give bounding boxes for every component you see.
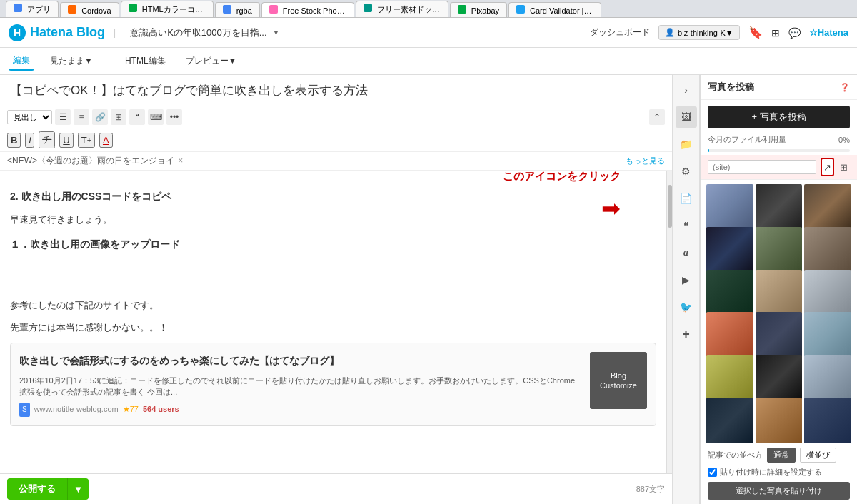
tab-pixabay[interactable]: Pixabay (450, 2, 507, 17)
photo-thumb-12[interactable] (804, 312, 851, 359)
tab-visual[interactable]: 見たまま▼ (46, 52, 97, 70)
photo-thumb-6[interactable] (804, 227, 851, 274)
italic-btn[interactable]: i (25, 133, 34, 148)
publish-dropdown-btn[interactable]: ▼ (67, 478, 89, 500)
hatena-link[interactable]: ☆Hatena (809, 27, 848, 38)
content-area[interactable]: このアイコンをクリック ➡ 2. 吹き出し用のCSSコードをコピペ 早速見て行き… (0, 171, 666, 473)
topic-close-btn[interactable]: × (178, 156, 183, 166)
toolbar-separator (109, 54, 109, 69)
photo-thumb-18[interactable] (804, 398, 851, 443)
table-btn[interactable]: ⊞ (111, 109, 126, 125)
plus-sidebar-icon[interactable]: + (676, 323, 697, 345)
preview-label: プレビュー▼ (186, 55, 237, 67)
image-sidebar-icon[interactable]: 🖼 (676, 106, 697, 128)
grid-view-icon[interactable]: ⊞ (838, 158, 850, 176)
color-btn[interactable]: A (99, 133, 113, 148)
more-btn[interactable]: ••• (166, 109, 182, 125)
topic-tag: <NEW>〈今週のお題〉雨の日をエンジョイ (7, 156, 174, 166)
bold-btn[interactable]: B (7, 133, 21, 148)
sort-label: 記事での並べ方 (708, 450, 763, 460)
sort-grid-btn[interactable]: 横並び (800, 448, 836, 463)
superscript-btn[interactable]: T+ (78, 133, 95, 148)
publish-btn[interactable]: 公開する (7, 478, 67, 500)
ol-btn[interactable]: ≡ (74, 109, 89, 125)
username: biz-thinking-K▼ (678, 29, 733, 37)
app-bar: H Hatena Blog | 意識高いKの年収1000万を目指... ▼ ダッ… (0, 18, 857, 48)
tab-free-stock[interactable]: Free Stock Photos * (261, 2, 354, 17)
photo-thumb-7[interactable] (706, 270, 753, 317)
editor-area: 【コピペでOK！】はてなブログで簡単に吹き出しを表示する方法 見出し ☰ ≡ 🔗… (0, 75, 673, 504)
quote-sidebar-icon[interactable]: ❝ (676, 215, 697, 236)
word-count: 887文字 (636, 484, 665, 495)
blog-dropdown-icon[interactable]: ▼ (273, 29, 280, 36)
hatena-logo-icon: H (9, 24, 26, 41)
right-panel: 写真を投稿 ❓ + 写真を投稿 今月のファイル利用量 0% ↗ ⊞ (700, 75, 857, 504)
more-topics-link[interactable]: もっと見る (626, 156, 665, 166)
tab-edit[interactable]: 編集 (9, 51, 34, 71)
folder-sidebar-icon[interactable]: 📁 (676, 133, 697, 155)
user-menu[interactable]: 👤 biz-thinking-K▼ (658, 25, 740, 40)
favicon-rgba (223, 5, 231, 14)
link-btn[interactable]: 🔗 (92, 109, 108, 125)
content-line-4: 参考にしたのは下記のサイトです。 (10, 297, 656, 313)
tab-cordova[interactable]: Cordova (60, 2, 119, 17)
youtube-sidebar-icon[interactable]: ▶ (676, 269, 697, 291)
tab-free-sozai[interactable]: フリー素材ドットコム｜... (356, 1, 448, 17)
photo-thumb-2[interactable] (756, 184, 803, 231)
heading-select[interactable]: 見出し (7, 110, 52, 124)
amazon-sidebar-icon[interactable]: a (676, 242, 697, 263)
photo-thumb-5[interactable] (756, 227, 803, 274)
tab-card-validator[interactable]: Card Validator | Twi... (508, 2, 601, 17)
post-title[interactable]: 【コピペでOK！】はてなブログで簡単に吹き出しを表示する方法 (0, 75, 672, 106)
twitter-sidebar-icon[interactable]: 🐦 (676, 296, 697, 318)
sort-normal-btn[interactable]: 通常 (767, 448, 796, 463)
bookmark-icon[interactable]: 🔖 (748, 26, 763, 39)
tab-preview[interactable]: プレビュー▼ (181, 52, 241, 70)
grid-icon[interactable]: ⊞ (771, 27, 780, 39)
search-input[interactable] (708, 160, 816, 174)
favicon-html (129, 4, 137, 12)
photo-thumb-16[interactable] (706, 398, 753, 443)
blockquote-btn[interactable]: ❝ (129, 109, 145, 125)
tab-app[interactable]: アプリ (6, 1, 59, 17)
paste-btn[interactable]: 選択した写真を貼り付け (708, 482, 850, 500)
photo-thumb-10[interactable] (706, 312, 753, 359)
panel-help-icon[interactable]: ❓ (840, 83, 850, 92)
photo-thumb-14[interactable] (756, 355, 803, 402)
link-card-text: 吹き出しで会話形式にするのをめっちゃ楽にしてみた【はてなブログ】 2016年10… (19, 352, 581, 416)
speech-icon[interactable]: 💬 (788, 27, 801, 39)
underline-btn[interactable]: U (59, 133, 73, 148)
expand-btn[interactable]: ⌃ (649, 109, 665, 125)
collapse-icon[interactable]: › (676, 79, 697, 101)
user-icon: 👤 (665, 28, 675, 37)
photo-thumb-8[interactable] (756, 270, 803, 317)
hatena-logo[interactable]: H Hatena Blog (9, 24, 105, 41)
tab-html[interactable]: HTML編集 (121, 52, 170, 70)
tab-rgba[interactable]: rgba (215, 2, 260, 17)
photo-thumb-4[interactable] (706, 227, 753, 274)
gear-sidebar-icon[interactable]: ⚙ (676, 161, 697, 182)
photo-thumb-9[interactable] (804, 270, 851, 317)
photo-thumb-1[interactable] (706, 184, 753, 231)
document-sidebar-icon[interactable]: 📄 (676, 188, 697, 209)
favicon-twitter (516, 5, 525, 14)
photo-thumb-17[interactable] (756, 398, 803, 443)
upload-btn[interactable]: + 写真を投稿 (708, 106, 850, 128)
detail-checkbox[interactable] (708, 468, 717, 477)
style-toolbar: B i チ U T+ A (0, 128, 672, 152)
photo-thumb-15[interactable] (804, 355, 851, 402)
dashboard-link[interactable]: ダッシュボード (590, 26, 650, 39)
scrollbar-thumb (668, 185, 672, 228)
ul-btn[interactable]: ☰ (55, 109, 71, 125)
strikethrough-btn[interactable]: チ (39, 131, 55, 148)
content-line-5: 先輩方には本当に感謝しかない。。！ (10, 319, 656, 336)
external-link-icon[interactable]: ↗ (821, 158, 834, 176)
photo-thumb-3[interactable] (804, 184, 851, 231)
hatena-badge: S (19, 403, 30, 417)
tab-html-color[interactable]: HTMLカラーコード (121, 1, 214, 17)
code-btn[interactable]: ⌨ (148, 109, 164, 125)
editor-scrollbar[interactable] (666, 171, 672, 473)
photo-thumb-11[interactable] (756, 312, 803, 359)
card-url: www.notitle-weblog.com (34, 403, 119, 417)
photo-thumb-13[interactable] (706, 355, 753, 402)
